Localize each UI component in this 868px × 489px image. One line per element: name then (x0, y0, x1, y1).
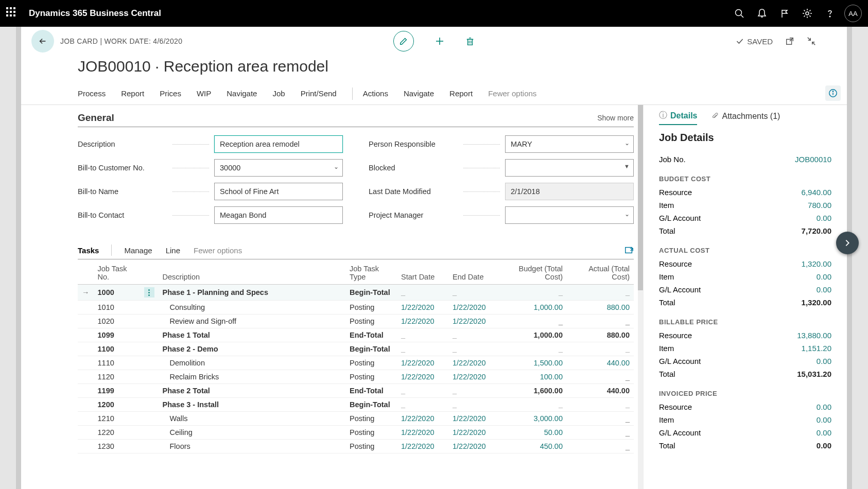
cell-actual[interactable]: _ (567, 285, 634, 301)
cell-budget[interactable]: _ (500, 285, 567, 301)
cell-actual[interactable]: _ (567, 440, 634, 453)
action-navigate2[interactable]: Navigate (404, 89, 434, 98)
kv-value[interactable]: 7,720.00 (802, 226, 831, 235)
cell-start[interactable]: _ (397, 384, 448, 398)
flag-icon[interactable] (773, 2, 796, 25)
action-prices[interactable]: Prices (160, 89, 181, 98)
kv-value[interactable]: 6,940.00 (802, 188, 831, 197)
col-start[interactable]: Start Date (397, 259, 448, 285)
cell-end[interactable]: 1/22/2020 (448, 440, 500, 453)
table-row[interactable]: 1220 Ceiling Posting 1/22/2020 1/22/2020… (78, 426, 634, 440)
next-record-button[interactable] (836, 232, 859, 254)
col-type[interactable]: Job Task Type (345, 259, 397, 285)
cell-no[interactable]: 1199 (94, 384, 140, 398)
kv-value[interactable]: 1,320.00 (802, 259, 831, 268)
app-launcher-icon[interactable] (6, 7, 19, 20)
cell-start[interactable]: _ (397, 328, 448, 342)
kv-value[interactable]: 1,151.20 (802, 344, 831, 353)
avatar[interactable]: AA (844, 5, 862, 22)
cell-desc[interactable]: Phase 2 - Demo (159, 342, 346, 356)
cell-end[interactable]: 1/22/2020 (448, 370, 500, 384)
cell-no[interactable]: 1000 (94, 285, 140, 301)
cell-budget[interactable]: _ (500, 342, 567, 356)
table-row[interactable]: 1230 Floors Posting 1/22/2020 1/22/2020 … (78, 440, 634, 453)
cell-no[interactable]: 1200 (94, 398, 140, 412)
cell-budget[interactable]: 1,500.00 (500, 356, 567, 370)
bell-icon[interactable] (751, 2, 773, 25)
kv-value[interactable]: 13,880.00 (797, 331, 831, 340)
cell-no[interactable]: 1099 (94, 328, 140, 342)
pm-input[interactable] (505, 206, 634, 224)
new-button[interactable] (435, 36, 445, 46)
cell-no[interactable]: 1010 (94, 301, 140, 315)
delete-button[interactable] (465, 36, 475, 46)
cell-budget[interactable]: 1,000.00 (500, 301, 567, 315)
cell-desc[interactable]: Reclaim Bricks (159, 370, 346, 384)
search-icon[interactable] (728, 2, 751, 25)
back-button[interactable] (31, 30, 54, 53)
col-actual[interactable]: Actual (Total Cost) (567, 259, 634, 285)
action-fewer[interactable]: Fewer options (488, 89, 536, 98)
action-printsend[interactable]: Print/Send (301, 89, 337, 98)
gear-icon[interactable] (796, 2, 819, 25)
cell-budget[interactable]: 100.00 (500, 370, 567, 384)
table-row[interactable]: 1100 Phase 2 - Demo Begin-Total _ _ _ _ (78, 342, 634, 356)
popout-icon[interactable] (785, 37, 794, 46)
billtocontact-input[interactable] (214, 206, 343, 224)
cell-desc[interactable]: Floors (159, 440, 346, 453)
cell-start[interactable]: _ (397, 285, 448, 301)
cell-end[interactable]: _ (448, 342, 500, 356)
cell-end[interactable]: 1/22/2020 (448, 412, 500, 426)
cell-no[interactable]: 1020 (94, 315, 140, 328)
action-actions[interactable]: Actions (363, 89, 388, 98)
cell-actual[interactable]: 440.00 (567, 356, 634, 370)
cell-start[interactable]: 1/22/2020 (397, 315, 448, 328)
cell-start[interactable]: 1/22/2020 (397, 370, 448, 384)
table-row[interactable]: 1200 Phase 3 - Install Begin-Total _ _ _… (78, 398, 634, 412)
expand-icon[interactable] (624, 246, 634, 255)
tab-attachments[interactable]: Attachments (1) (711, 110, 780, 125)
collapse-icon[interactable] (807, 37, 816, 46)
cell-end[interactable]: 1/22/2020 (448, 356, 500, 370)
cell-end[interactable]: 1/22/2020 (448, 301, 500, 315)
cell-no[interactable]: 1100 (94, 342, 140, 356)
action-report[interactable]: Report (121, 89, 144, 98)
cell-actual[interactable]: _ (567, 426, 634, 440)
cell-no[interactable]: 1120 (94, 370, 140, 384)
cell-actual[interactable]: 880.00 (567, 328, 634, 342)
jobno-value[interactable]: JOB00010 (795, 155, 831, 164)
kv-value[interactable]: 0.00 (817, 428, 831, 437)
kv-value[interactable]: 0.00 (817, 441, 831, 450)
action-report2[interactable]: Report (449, 89, 473, 98)
cell-end[interactable]: 1/22/2020 (448, 315, 500, 328)
cell-start[interactable]: 1/22/2020 (397, 440, 448, 453)
cell-actual[interactable]: 440.00 (567, 384, 634, 398)
cell-budget[interactable]: 50.00 (500, 426, 567, 440)
cell-budget[interactable]: 1,600.00 (500, 384, 567, 398)
cell-start[interactable]: 1/22/2020 (397, 301, 448, 315)
cell-budget[interactable]: 450.00 (500, 440, 567, 453)
kv-value[interactable]: 1,320.00 (802, 298, 831, 307)
person-input[interactable] (505, 135, 634, 153)
scrollbar[interactable] (638, 105, 643, 489)
table-row[interactable]: → 1000 Phase 1 - Planning and Specs Begi… (78, 285, 634, 301)
cell-desc[interactable]: Review and Sign-off (159, 315, 346, 328)
cell-desc[interactable]: Demolition (159, 356, 346, 370)
cell-end[interactable]: 1/22/2020 (448, 426, 500, 440)
kv-value[interactable]: 15,031.20 (797, 370, 831, 378)
cell-desc[interactable]: Ceiling (159, 426, 346, 440)
cell-desc[interactable]: Phase 1 - Planning and Specs (159, 285, 346, 301)
tab-details[interactable]: ⓘ Details (659, 110, 697, 125)
tasks-manage[interactable]: Manage (124, 246, 152, 255)
kv-value[interactable]: 0.00 (817, 357, 831, 365)
cell-budget[interactable]: 1,000.00 (500, 328, 567, 342)
cell-desc[interactable]: Walls (159, 412, 346, 426)
cell-start[interactable]: 1/22/2020 (397, 426, 448, 440)
cell-desc[interactable]: Phase 3 - Install (159, 398, 346, 412)
action-navigate[interactable]: Navigate (227, 89, 257, 98)
cell-desc[interactable]: Consulting (159, 301, 346, 315)
cell-start[interactable]: 1/22/2020 (397, 412, 448, 426)
kv-value[interactable]: 0.00 (817, 403, 831, 411)
table-row[interactable]: 1210 Walls Posting 1/22/2020 1/22/2020 3… (78, 412, 634, 426)
col-no[interactable]: Job Task No. (94, 259, 140, 285)
